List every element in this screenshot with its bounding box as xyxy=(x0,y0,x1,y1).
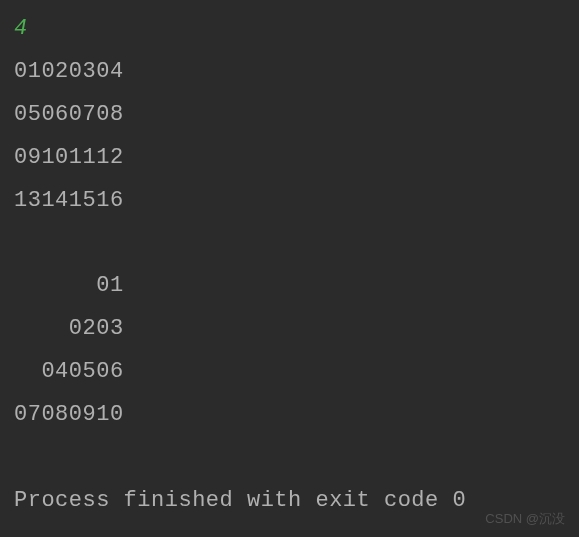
exit-message: Process finished with exit code 0 xyxy=(14,480,565,523)
blank-line xyxy=(14,437,565,480)
blank-line xyxy=(14,222,565,265)
console-output-line: 09101112 xyxy=(14,137,565,180)
console-output-line: 13141516 xyxy=(14,180,565,223)
console-output-line: 040506 xyxy=(14,351,565,394)
console-output-line: 01 xyxy=(14,265,565,308)
console-input-line: 4 xyxy=(14,8,565,51)
console-output-line: 01020304 xyxy=(14,51,565,94)
console-output-line: 05060708 xyxy=(14,94,565,137)
console-output-line: 07080910 xyxy=(14,394,565,437)
console-output-line: 0203 xyxy=(14,308,565,351)
watermark: CSDN @沉没 xyxy=(485,506,565,531)
